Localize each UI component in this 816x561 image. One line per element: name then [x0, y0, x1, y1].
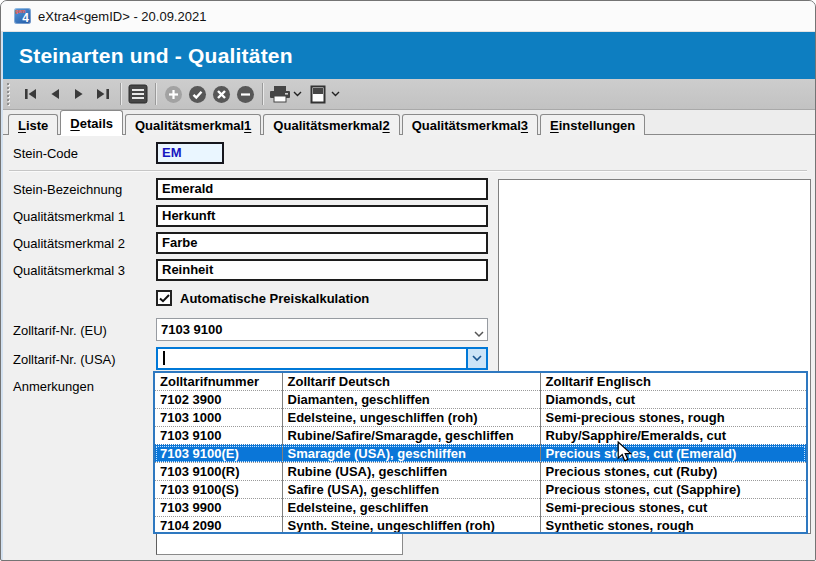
toolbar-separator [155, 83, 156, 105]
window-title: eXtra4<gemID> - 20.09.2021 [38, 9, 206, 24]
table-row[interactable]: 7103 9900Edelsteine, geschliffenSemi-pre… [155, 499, 806, 517]
app-window: eXtra4<gemID> - 20.09.2021 Steinarten un… [0, 0, 816, 561]
nav-first-icon [24, 88, 38, 100]
stein-code-label: Stein-Code [13, 146, 78, 161]
dropdown-cell[interactable]: 7103 9100 [155, 427, 282, 445]
form-view-button[interactable] [306, 82, 330, 106]
nav-last-icon [96, 88, 110, 100]
dropdown-cell[interactable]: 7103 9100(R) [155, 463, 282, 481]
dropdown-cell[interactable]: 7103 9900 [155, 499, 282, 517]
dropdown-cell[interactable]: 7104 2090 [155, 517, 282, 534]
print-menu-button[interactable] [293, 91, 302, 97]
print-button[interactable] [268, 82, 292, 106]
zolltarif-eu-combobox[interactable]: 7103 9100 [156, 318, 488, 341]
form-view-menu-button[interactable] [331, 91, 340, 97]
qualitaetsmerkmal-3-label: Qualitätsmerkmal 3 [13, 263, 125, 278]
zolltarif-table: ZolltarifnummerZolltarif DeutschZolltari… [155, 373, 806, 534]
nav-last-button[interactable] [91, 82, 115, 106]
printer-dropdown-chevron [293, 91, 302, 97]
dropdown-cell[interactable]: Precious stones, cut (Ruby) [540, 463, 806, 481]
tab-qualitaetsmerkmal-2[interactable]: Qualitätsmerkmal 2 [263, 114, 399, 135]
chevron-down-icon [472, 355, 482, 362]
dropdown-cell[interactable]: 7103 9100(S) [155, 481, 282, 499]
nav-prev-icon [49, 88, 61, 100]
dropdown-cell[interactable]: Smaragde (USA), geschliffen [282, 445, 540, 463]
toolbar [3, 79, 815, 110]
tab-einstellungen[interactable]: Einstellungen [540, 114, 645, 135]
tab-qualitaetsmerkmal-1[interactable]: Qualitätsmerkmal 1 [125, 114, 261, 135]
qualitaetsmerkmal-2-label: Qualitätsmerkmal 2 [13, 236, 125, 251]
add-button[interactable] [161, 82, 185, 106]
tab-qualitaetsmerkmal-3[interactable]: Qualitätsmerkmal 3 [402, 114, 538, 135]
nav-next-icon [73, 88, 85, 100]
confirm-button[interactable] [185, 82, 209, 106]
dropdown-cell[interactable]: Ruby/Sapphire/Emeralds, cut [540, 427, 806, 445]
dropdown-cell[interactable]: Rubine (USA), geschliffen [282, 463, 540, 481]
section-divider [9, 170, 807, 171]
stein-bezeichnung-label: Stein-Bezeichnung [13, 182, 122, 197]
list-view-button[interactable] [126, 82, 150, 106]
zolltarif-usa-label: Zolltarif-Nr. (USA) [13, 352, 116, 367]
tab-liste[interactable]: Liste [8, 114, 58, 135]
qualitaetsmerkmal-2-field[interactable]: Farbe [156, 232, 488, 254]
qualitaetsmerkmal-1-field[interactable]: Herkunft [156, 205, 488, 227]
qualitaetsmerkmal-1-label: Qualitätsmerkmal 1 [13, 209, 125, 224]
qualitaetsmerkmal-3-field[interactable]: Reinheit [156, 259, 488, 281]
text-caret [163, 351, 165, 365]
dropdown-cell[interactable]: Precious stones, cut (Emerald) [540, 445, 806, 463]
dropdown-cell[interactable]: 7103 9100(E) [155, 445, 282, 463]
nav-next-button[interactable] [67, 82, 91, 106]
cancel-button[interactable] [209, 82, 233, 106]
table-row[interactable]: 7102 3900Diamanten, geschliffenDiamonds,… [155, 391, 806, 409]
anmerkungen-label: Anmerkungen [13, 379, 94, 394]
dropdown-cell[interactable]: Rubine/Safire/Smaragde, geschliffen [282, 427, 540, 445]
printer-icon [269, 85, 291, 104]
dropdown-cell[interactable]: 7102 3900 [155, 391, 282, 409]
table-row[interactable]: 7103 9100(E)Smaragde (USA), geschliffenP… [155, 445, 806, 463]
stein-code-field[interactable]: EM [156, 142, 224, 164]
tab-details[interactable]: Details [60, 110, 123, 135]
stein-bezeichnung-field[interactable]: Emerald [156, 178, 488, 200]
cancel-circle-icon [212, 85, 231, 104]
dropdown-cell[interactable]: Edelsteine, ungeschliffen (roh) [282, 409, 540, 427]
remove-button[interactable] [233, 82, 257, 106]
details-form: Stein-Code EM Stein-Bezeichnung Emerald … [3, 135, 815, 560]
dropdown-cell[interactable]: Semi-precious stones, cut [540, 499, 806, 517]
title-bar: eXtra4<gemID> - 20.09.2021 [1, 1, 815, 32]
table-row[interactable]: 7103 9100(S)Safire (USA), geschliffenPre… [155, 481, 806, 499]
grip-handle[interactable] [7, 82, 13, 106]
dropdown-cell[interactable]: Diamonds, cut [540, 391, 806, 409]
mouse-cursor [617, 441, 635, 469]
nav-first-button[interactable] [19, 82, 43, 106]
form-view-icon [310, 85, 326, 104]
zolltarif-dropdown-list: ZolltarifnummerZolltarif DeutschZolltari… [153, 371, 808, 534]
dropdown-cell[interactable]: Safire (USA), geschliffen [282, 481, 540, 499]
dropdown-cell[interactable]: 7103 1000 [155, 409, 282, 427]
dropdown-cell[interactable]: Synthetic stones, rough [540, 517, 806, 534]
table-row[interactable]: 7103 1000Edelsteine, ungeschliffen (roh)… [155, 409, 806, 427]
combo-dropdown-button[interactable] [466, 349, 486, 368]
dropdown-cell[interactable]: Edelsteine, geschliffen [282, 499, 540, 517]
dropdown-cell[interactable]: Synth. Steine, ungeschliffen (roh) [282, 517, 540, 534]
dropdown-cell[interactable]: Precious stones, cut (Sapphire) [540, 481, 806, 499]
zolltarif-usa-combobox[interactable] [156, 347, 488, 370]
page-title: Steinarten und - Qualitäten [3, 44, 293, 68]
toolbar-separator [120, 83, 121, 105]
remove-circle-icon [236, 85, 255, 104]
preiskalkulation-checkbox[interactable] [156, 290, 172, 306]
add-circle-icon [164, 85, 183, 104]
nav-prev-button[interactable] [43, 82, 67, 106]
table-row[interactable]: 7103 9100Rubine/Safire/Smaragde, geschli… [155, 427, 806, 445]
chevron-down-icon[interactable] [474, 323, 484, 344]
table-row[interactable]: 7104 2090Synth. Steine, ungeschliffen (r… [155, 517, 806, 534]
dropdown-header-row: ZolltarifnummerZolltarif DeutschZolltari… [155, 373, 806, 391]
dropdown-cell[interactable]: Semi-precious stones, rough [540, 409, 806, 427]
dropdown-column-header: Zolltarifnummer [155, 373, 282, 391]
toolbar-separator [262, 83, 263, 105]
form-view-dropdown-chevron [331, 91, 340, 97]
list-icon [128, 84, 148, 104]
tab-bar: Liste Details Qualitätsmerkmal 1 Qualitä… [3, 110, 815, 135]
table-row[interactable]: 7103 9100(R)Rubine (USA), geschliffenPre… [155, 463, 806, 481]
dropdown-cell[interactable]: Diamanten, geschliffen [282, 391, 540, 409]
zolltarif-eu-label: Zolltarif-Nr. (EU) [13, 323, 107, 338]
